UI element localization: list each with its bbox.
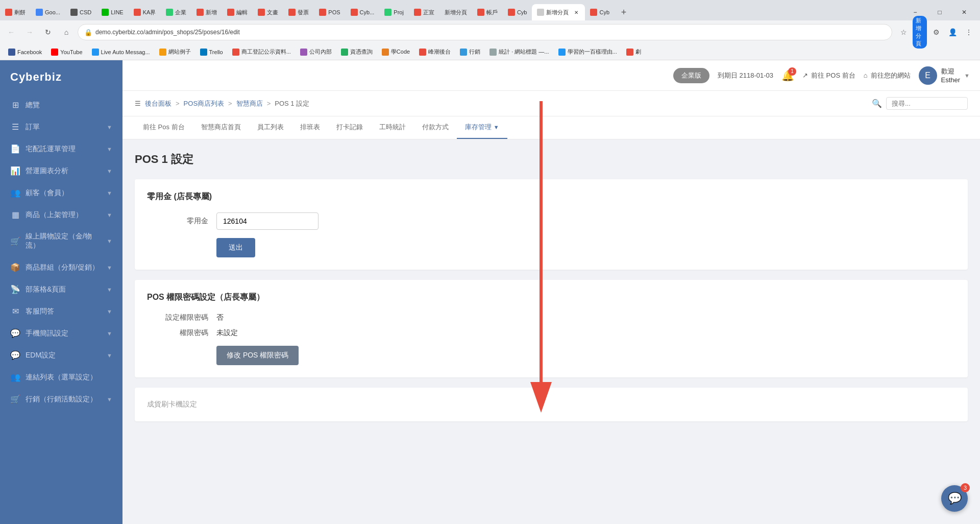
enterprise-badge[interactable]: 企業版 xyxy=(673,68,709,83)
submit-button[interactable]: 送出 xyxy=(216,238,255,257)
bookmark-facebook[interactable]: Facebook xyxy=(4,46,46,58)
breadcrumb-pos-list[interactable]: POS商店列表 xyxy=(184,99,224,108)
bookmark-drama-label: 劇 xyxy=(635,48,641,56)
bookmark-drama[interactable]: 劇 xyxy=(622,46,645,58)
sidebar-item-orders[interactable]: ☰ 訂單 ▼ xyxy=(0,116,122,138)
bookmark-trello[interactable]: Trello xyxy=(196,46,227,58)
bookmark-website-example[interactable]: 網站例子 xyxy=(155,46,195,58)
bookmark-stats[interactable]: 統計 · 網站標題 —... xyxy=(485,46,553,58)
change-password-button[interactable]: 修改 POS 權限密碼 xyxy=(216,346,299,365)
sidebar-item-customers[interactable]: 👥 顧客（會員） ▼ xyxy=(0,182,122,204)
petty-cash-input[interactable] xyxy=(216,212,318,230)
tab-close-17[interactable]: ✕ xyxy=(573,9,580,16)
notification-button[interactable]: 🔔 1 xyxy=(781,69,794,82)
permission-password-value: 否 xyxy=(216,313,224,322)
browser-tab-15[interactable]: 帳戶 xyxy=(472,4,503,20)
breadcrumb-backend[interactable]: 後台面板 xyxy=(145,99,172,108)
sidebar-item-blog[interactable]: 📡 部落格&頁面 ▼ xyxy=(0,278,122,300)
sidebar-item-analytics[interactable]: 📊 營運圖表分析 ▼ xyxy=(0,160,122,182)
avatar: E xyxy=(919,66,937,85)
sidebar-item-support[interactable]: ✉ 客服問答 ▼ xyxy=(0,300,122,322)
live-auto-icon xyxy=(92,49,99,56)
tab-inventory[interactable]: 庫存管理 ▼ xyxy=(457,116,507,139)
tab-clock-records[interactable]: 打卡記錄 xyxy=(328,116,371,139)
browser-tab-3[interactable]: LINE xyxy=(96,4,128,20)
bookmark-marketing[interactable]: 行銷 xyxy=(456,46,484,58)
bookmark-biz-registry[interactable]: 商工登記公示資料... xyxy=(228,46,295,58)
bookmark-cert-query[interactable]: 資憑查詢 xyxy=(337,46,377,58)
browser-tab-13[interactable]: 正宣 xyxy=(409,4,439,20)
browser-tab-18[interactable]: Cyb xyxy=(585,4,615,20)
youtube-icon xyxy=(51,49,58,56)
new-tab-button[interactable]: + xyxy=(617,5,631,19)
browser-tab-7[interactable]: 編輯 xyxy=(222,4,253,20)
sidebar-item-marketing[interactable]: 🛒 行銷（行銷活動設定） ▼ xyxy=(0,388,122,410)
tab-favicon-17 xyxy=(537,9,544,16)
browser-tab-9[interactable]: 發票 xyxy=(283,4,314,20)
sidebar-item-edm[interactable]: 💬 EDM設定 ▼ xyxy=(0,344,122,366)
browser-tab-14[interactable]: 新增分頁 xyxy=(439,4,472,20)
sidebar-item-ecommerce[interactable]: 🛒 線上購物設定（金/物流） ▼ xyxy=(0,226,122,256)
tab-work-hours[interactable]: 工時統計 xyxy=(371,116,414,139)
sidebar-label-edm: EDM設定 xyxy=(26,351,102,360)
bookmark-learn-100[interactable]: 學習的一百樣理由... xyxy=(554,46,621,58)
maximize-button[interactable]: □ xyxy=(928,4,951,20)
tab-smart-store-home[interactable]: 智慧商店首頁 xyxy=(193,116,249,139)
browser-tab-6[interactable]: 新增 xyxy=(191,4,222,20)
tab-inventory-dropdown: 庫存管理 ▼ xyxy=(465,123,499,132)
sidebar-item-shipping[interactable]: 📄 宅配託運單管理 ▼ xyxy=(0,138,122,160)
search-icon[interactable]: 🔍 xyxy=(872,99,882,108)
search-input[interactable] xyxy=(886,97,968,110)
breadcrumb-icon: ☰ xyxy=(135,100,141,107)
tab-schedule[interactable]: 排班表 xyxy=(292,116,328,139)
tab-favicon-11 xyxy=(351,9,358,16)
chat-widget[interactable]: 💬 3 xyxy=(941,485,968,512)
sidebar-item-product-groups[interactable]: 📦 商品群組（分類/促銷） ▼ xyxy=(0,256,122,278)
browser-tab-5[interactable]: 企業 xyxy=(161,4,191,20)
browser-tab-8[interactable]: 文畫 xyxy=(253,4,283,20)
sidebar-item-link-list[interactable]: 👥 連結列表（選單設定） xyxy=(0,366,122,388)
tab-favicon-4 xyxy=(134,9,141,16)
browser-tab-0[interactable]: 剩餅 xyxy=(0,4,31,20)
user-avatar-button[interactable]: E 歡迎Esther ▼ xyxy=(919,66,970,85)
tab-payment[interactable]: 付款方式 xyxy=(414,116,457,139)
marketing-sidebar-icon: 🛒 xyxy=(10,394,20,404)
browser-tab-1[interactable]: Goo... xyxy=(31,4,65,20)
forward-button[interactable]: → xyxy=(22,25,37,39)
bookmark-youtube[interactable]: YouTube xyxy=(47,46,86,58)
sidebar-item-sms[interactable]: 💬 手機簡訊設定 ▼ xyxy=(0,322,122,344)
bookmark-icon[interactable]: ☆ xyxy=(896,25,911,39)
sidebar-item-overview[interactable]: ⊞ 總覽 xyxy=(0,94,122,116)
browser-tab-2[interactable]: CSD xyxy=(65,4,96,20)
bookmark-live-auto[interactable]: Live Auto Messag... xyxy=(88,46,154,58)
browser-tab-16[interactable]: Cyb xyxy=(503,4,532,20)
reload-button[interactable]: ↻ xyxy=(41,25,55,39)
password-section: POS 權限密碼設定（店長專屬） 設定權限密碼 否 權限密碼 未設定 修改 PO… xyxy=(135,280,968,377)
breadcrumb-smart-store[interactable]: 智慧商店 xyxy=(236,99,263,108)
profile-button[interactable]: 👤 xyxy=(945,25,960,39)
new-badge-button[interactable]: 新增分頁 xyxy=(913,25,927,39)
browser-tab-11[interactable]: Cyb... xyxy=(346,4,380,20)
bookmarks-bar: Facebook YouTube Live Auto Messag... 網站例… xyxy=(0,44,980,60)
home-button[interactable]: ⌂ xyxy=(59,25,74,39)
back-button[interactable]: ← xyxy=(4,25,18,39)
bookmark-peak-backend[interactable]: 峰潮後台 xyxy=(415,46,455,58)
browser-tab-10[interactable]: POS xyxy=(314,4,345,20)
settings-button[interactable]: ⋮ xyxy=(962,25,976,39)
extensions-button[interactable]: ⚙ xyxy=(929,25,943,39)
pos-frontend-link[interactable]: ↗ 前往 POS 前台 xyxy=(802,71,855,80)
browser-tab-17[interactable]: 新增分頁 ✕ xyxy=(532,4,585,20)
bookmark-learn-code[interactable]: 學Code xyxy=(378,46,414,58)
tab-pos-frontend[interactable]: 前往 Pos 前台 xyxy=(135,116,193,139)
tab-favicon-6 xyxy=(197,9,204,16)
peak-backend-icon xyxy=(419,49,426,56)
browser-tab-4[interactable]: KA界 xyxy=(129,4,161,20)
close-button[interactable]: ✕ xyxy=(952,4,976,20)
sidebar-item-products[interactable]: ▦ 商品（上架管理） ▼ xyxy=(0,204,122,226)
browser-tab-12[interactable]: Proj xyxy=(379,4,409,20)
my-site-link[interactable]: ⌂ 前往您的網站 xyxy=(864,71,911,80)
bookmark-internal[interactable]: 公司內部 xyxy=(296,46,336,58)
address-bar[interactable]: 🔒 demo.cyberbiz.co/admin/pos_shops/25/po… xyxy=(78,24,892,40)
tab-employee-list[interactable]: 員工列表 xyxy=(249,116,292,139)
tab-favicon-3 xyxy=(102,9,109,16)
